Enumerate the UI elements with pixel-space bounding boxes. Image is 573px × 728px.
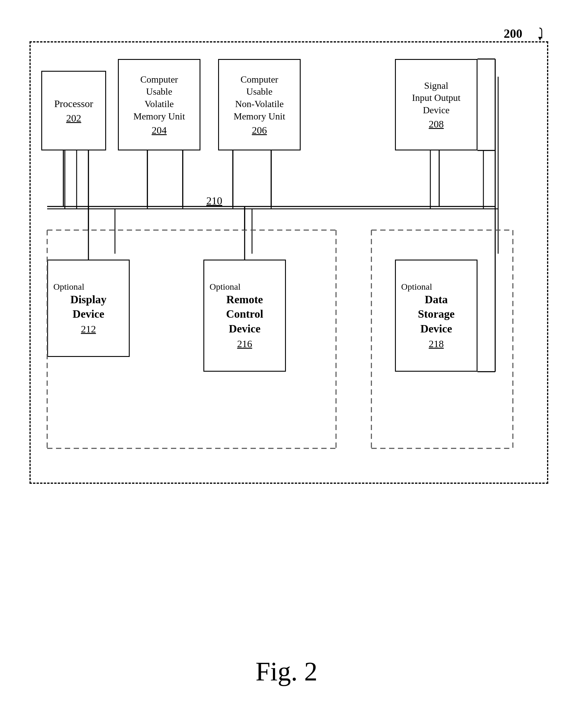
display-optional-label: Optional <box>53 282 84 292</box>
display-label: DisplayDevice <box>70 292 106 322</box>
nonvolatile-memory-label: ComputerUsableNon-VolatileMemory Unit <box>233 74 285 123</box>
storage-label: DataStorageDevice <box>418 292 455 336</box>
signal-io-box: SignalInput OutputDevice 208 <box>395 59 477 150</box>
diagram-number: 200 <box>504 27 522 41</box>
display-device-box: Optional DisplayDevice 212 <box>47 259 130 357</box>
volatile-memory-label: ComputerUsableVolatileMemory Unit <box>133 74 185 123</box>
processor-num: 202 <box>66 113 81 124</box>
display-num: 212 <box>81 324 96 335</box>
remote-optional-label: Optional <box>210 282 241 292</box>
volatile-memory-num: 204 <box>152 125 167 136</box>
signal-io-label: SignalInput OutputDevice <box>412 80 460 116</box>
figure-label: Fig. 2 <box>256 656 317 687</box>
processor-label: Processor <box>54 97 93 110</box>
volatile-memory-box: ComputerUsableVolatileMemory Unit 204 <box>118 59 200 150</box>
arrow-200-icon <box>525 27 542 41</box>
remote-label: RemoteControlDevice <box>226 292 263 336</box>
nonvolatile-memory-box: ComputerUsableNon-VolatileMemory Unit 20… <box>218 59 301 150</box>
data-storage-box: Optional DataStorageDevice 218 <box>395 259 477 372</box>
storage-optional-label: Optional <box>401 282 432 292</box>
bus-label: 210 <box>206 195 222 207</box>
diagram-area: 200 <box>18 23 554 525</box>
nonvolatile-memory-num: 206 <box>252 125 267 136</box>
remote-num: 216 <box>237 338 252 349</box>
signal-io-num: 208 <box>429 118 444 130</box>
svg-marker-0 <box>538 37 542 41</box>
processor-box: Processor 202 <box>41 71 106 150</box>
storage-num: 218 <box>429 338 444 349</box>
remote-control-box: Optional RemoteControlDevice 216 <box>203 259 286 372</box>
